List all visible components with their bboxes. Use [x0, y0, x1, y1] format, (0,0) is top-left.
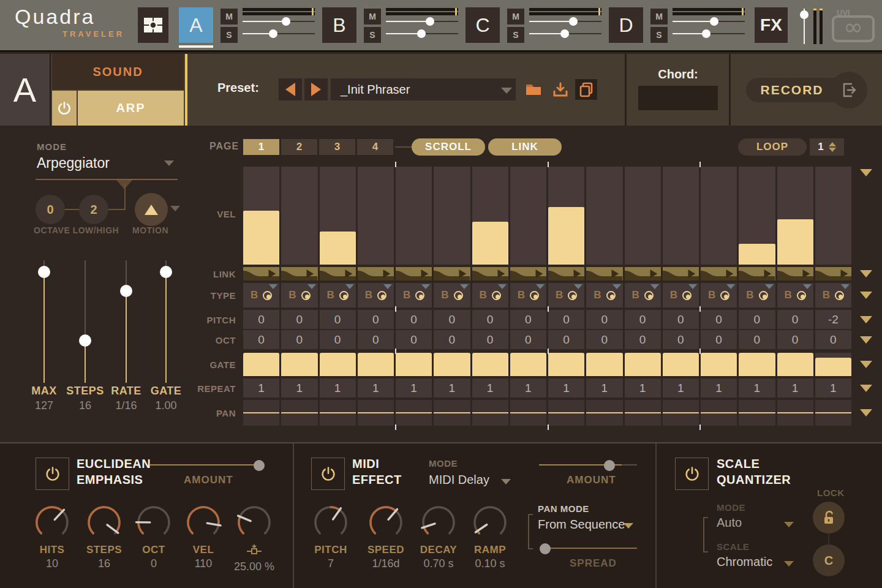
- octave-high-value[interactable]: 2: [79, 195, 108, 224]
- vel-step-9[interactable]: [548, 167, 584, 265]
- type-step-5[interactable]: B: [396, 283, 432, 307]
- type-dropdown-icon[interactable]: [650, 284, 659, 289]
- type-dropdown-icon[interactable]: [421, 284, 430, 289]
- ramp-knob[interactable]: RAMP0.10 s: [464, 503, 516, 570]
- oct-step-5[interactable]: 0: [396, 330, 432, 349]
- gate-step-9[interactable]: [548, 353, 584, 376]
- mute-button-A[interactable]: M: [221, 9, 238, 24]
- master-volume-handle[interactable]: [800, 10, 809, 19]
- scale-mode-dropdown-icon[interactable]: [784, 522, 794, 527]
- page-button-4[interactable]: 4: [357, 139, 393, 155]
- tab-arp[interactable]: ARP: [78, 91, 184, 126]
- gate-step-8[interactable]: [510, 353, 546, 376]
- pitch-step-10[interactable]: 0: [586, 310, 622, 329]
- pan-row-menu-icon[interactable]: [860, 409, 872, 417]
- pitch-step-15[interactable]: 0: [777, 310, 813, 329]
- gate-step-15[interactable]: [777, 353, 813, 376]
- type-dropdown-icon[interactable]: [345, 284, 354, 289]
- link-step-8[interactable]: [510, 267, 546, 281]
- vel-step-10[interactable]: [586, 167, 622, 265]
- pan-step-6[interactable]: [434, 400, 470, 426]
- pitch-step-2[interactable]: 0: [281, 310, 317, 329]
- link-step-9[interactable]: [548, 267, 584, 281]
- gate-step-10[interactable]: [586, 353, 622, 376]
- type-row-menu-icon[interactable]: [860, 292, 872, 299]
- pitch-step-8[interactable]: 0: [510, 310, 546, 329]
- vel-step-12[interactable]: [663, 167, 699, 265]
- pan-step-5[interactable]: [396, 400, 432, 426]
- oct-step-4[interactable]: 0: [358, 330, 394, 349]
- type-step-15[interactable]: B: [777, 283, 813, 307]
- repeat-step-14[interactable]: 1: [739, 379, 775, 398]
- pan-step-8[interactable]: [510, 400, 546, 426]
- pan-step-11[interactable]: [625, 400, 661, 426]
- link-step-12[interactable]: [663, 267, 699, 281]
- vel-step-16[interactable]: [815, 167, 851, 265]
- type-dropdown-icon[interactable]: [269, 284, 277, 289]
- repeat-step-1[interactable]: 1: [243, 379, 279, 398]
- scale-dropdown-icon[interactable]: [784, 561, 794, 567]
- pitch-step-5[interactable]: 0: [396, 310, 432, 329]
- vel-step-5[interactable]: [396, 167, 432, 265]
- repeat-step-7[interactable]: 1: [472, 379, 508, 398]
- gate-step-5[interactable]: [396, 353, 432, 376]
- pan-step-13[interactable]: [701, 400, 737, 426]
- type-dropdown-icon[interactable]: [460, 284, 469, 289]
- type-step-1[interactable]: B: [243, 283, 279, 307]
- volume-slider-B[interactable]: [386, 17, 458, 26]
- repeat-step-11[interactable]: 1: [625, 379, 661, 398]
- loop-decrement-icon[interactable]: [829, 148, 836, 152]
- type-dropdown-icon[interactable]: [498, 284, 507, 289]
- pan-slider-A[interactable]: [243, 29, 315, 38]
- midi-effect-power-button[interactable]: [311, 458, 345, 490]
- repeat-step-10[interactable]: 1: [586, 379, 622, 398]
- pan-step-1[interactable]: [243, 400, 279, 426]
- type-step-7[interactable]: B: [472, 283, 508, 307]
- pitch-step-12[interactable]: 0: [663, 310, 699, 329]
- link-step-2[interactable]: [281, 267, 317, 281]
- type-step-2[interactable]: B: [281, 283, 317, 307]
- pitch-step-13[interactable]: 0: [701, 310, 737, 329]
- pitch-row-menu-icon[interactable]: [860, 316, 872, 323]
- link-step-1[interactable]: [243, 267, 279, 281]
- scale-lock-button[interactable]: [813, 502, 845, 533]
- octave-low-value[interactable]: 0: [36, 195, 65, 224]
- oct-row-menu-icon[interactable]: [860, 336, 872, 344]
- oct-step-14[interactable]: 0: [739, 330, 775, 349]
- vel-row-menu-icon[interactable]: [860, 169, 872, 176]
- pan-mode-dropdown[interactable]: From Sequence: [538, 518, 625, 532]
- repeat-step-6[interactable]: 1: [434, 379, 470, 398]
- link-step-3[interactable]: [320, 267, 356, 281]
- link-step-10[interactable]: [586, 267, 622, 281]
- euclidean-amount-slider[interactable]: [150, 464, 262, 466]
- motion-dropdown-icon[interactable]: [170, 206, 180, 211]
- pan-step-4[interactable]: [358, 400, 394, 426]
- gate-step-11[interactable]: [625, 353, 661, 376]
- mode-dropdown[interactable]: Arpeggiator: [37, 155, 110, 172]
- repeat-step-5[interactable]: 1: [396, 379, 432, 398]
- vel-step-1[interactable]: [243, 167, 279, 265]
- scroll-button[interactable]: SCROLL: [412, 138, 485, 156]
- oct-step-13[interactable]: 0: [701, 330, 737, 349]
- euclidean-oct-knob[interactable]: OCT0: [128, 503, 179, 570]
- pitch-step-14[interactable]: 0: [739, 310, 775, 329]
- gate-step-12[interactable]: [663, 353, 699, 376]
- decay-knob[interactable]: DECAY0.70 s: [413, 503, 464, 570]
- type-dropdown-icon[interactable]: [803, 284, 812, 289]
- oct-step-10[interactable]: 0: [586, 330, 622, 349]
- part-tab-C[interactable]: C: [466, 7, 500, 43]
- pan-step-2[interactable]: [281, 400, 317, 426]
- link-step-6[interactable]: [434, 267, 470, 281]
- mute-button-C[interactable]: M: [507, 9, 524, 24]
- preset-next-button[interactable]: [304, 78, 328, 100]
- steps-slider[interactable]: [85, 260, 86, 383]
- volume-slider-C[interactable]: [529, 17, 601, 26]
- repeat-step-2[interactable]: 1: [281, 379, 317, 398]
- pan-step-3[interactable]: [320, 400, 356, 426]
- type-step-9[interactable]: B: [548, 283, 584, 307]
- mute-button-B[interactable]: M: [364, 9, 381, 24]
- repeat-step-9[interactable]: 1: [548, 379, 584, 398]
- oct-step-11[interactable]: 0: [625, 330, 661, 349]
- gate-step-2[interactable]: [281, 353, 317, 376]
- type-dropdown-icon[interactable]: [726, 284, 735, 289]
